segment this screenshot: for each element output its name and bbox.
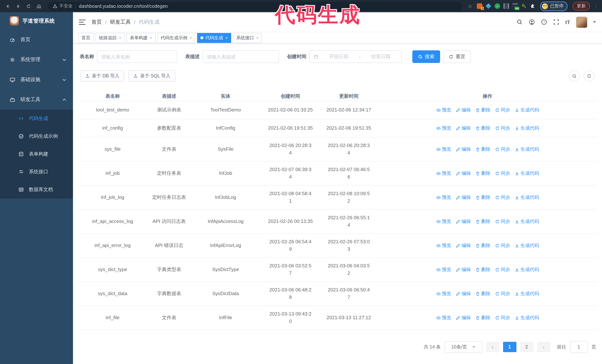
page-button-2[interactable]: 2 (520, 342, 533, 352)
action-sync[interactable]: 同步 (495, 266, 510, 273)
action-eye[interactable]: 预览 (436, 170, 451, 177)
action-trash[interactable]: 删除 (475, 194, 491, 201)
sidebar-subitem-2[interactable]: 表单构建 (0, 145, 73, 163)
search-icon[interactable] (516, 19, 523, 25)
breadcrumb-item[interactable]: 首页 (92, 19, 102, 25)
action-download[interactable]: 生成代码 (515, 314, 539, 322)
sidebar-item-2[interactable]: 基础设施 (0, 70, 73, 90)
sidebar-subitem-3[interactable]: 系统接口 (0, 163, 73, 181)
action-sync[interactable]: 同步 (495, 170, 510, 177)
next-page-button[interactable]: › (537, 342, 550, 352)
sidebar-item-0[interactable]: 首页 (0, 30, 73, 50)
import-sql-button[interactable]: 基于 SQL 导入 (129, 70, 175, 82)
close-icon[interactable]: × (226, 36, 228, 40)
action-eye[interactable]: 预览 (436, 242, 451, 249)
action-trash[interactable]: 删除 (475, 218, 491, 225)
address-bar[interactable]: 不安全 dashboard.yudao.iocoder.cn/tool/code… (48, 2, 462, 10)
browser-menu-icon[interactable]: ⋮ (593, 3, 598, 9)
bookmark-star-icon[interactable]: ☆ (468, 3, 472, 9)
action-eye[interactable]: 预览 (436, 218, 451, 225)
action-download[interactable]: 生成代码 (515, 218, 539, 225)
action-download[interactable]: 生成代码 (515, 194, 539, 201)
avatar-caret-icon[interactable] (593, 21, 596, 23)
action-sync[interactable]: 同步 (495, 106, 510, 114)
action-trash[interactable]: 删除 (475, 146, 491, 153)
action-eye[interactable]: 预览 (436, 194, 451, 201)
action-pencil[interactable]: 编辑 (456, 146, 471, 153)
action-trash[interactable]: 删除 (475, 106, 491, 114)
search-button[interactable]: 搜索 (412, 50, 440, 63)
tab-系统接口[interactable]: 系统接口× (233, 33, 262, 43)
refresh-table-button[interactable] (583, 70, 595, 82)
sidebar-subitem-0[interactable]: 代码生成 (0, 110, 73, 127)
breadcrumb-item[interactable]: 研发工具 (110, 19, 131, 25)
tab-代码生成[interactable]: 代码生成× (197, 33, 231, 43)
extension-icon-gem[interactable] (486, 3, 491, 9)
action-pencil[interactable]: 编辑 (456, 170, 471, 177)
import-db-button[interactable]: 基于 DB 导入 (80, 70, 124, 82)
action-download[interactable]: 生成代码 (515, 146, 539, 153)
browser-profile-chip[interactable]: 已暂停 (540, 1, 568, 11)
sidebar-subitem-1[interactable]: 代码生成示例 (0, 127, 73, 145)
action-pencil[interactable]: 编辑 (456, 290, 471, 297)
action-download[interactable]: 生成代码 (515, 290, 539, 297)
action-download[interactable]: 生成代码 (515, 106, 539, 114)
action-sync[interactable]: 同步 (495, 146, 510, 153)
reset-button[interactable]: 重置 (443, 50, 471, 63)
prev-page-button[interactable]: ‹ (486, 342, 499, 352)
help-icon[interactable]: ? (541, 19, 547, 25)
close-icon[interactable]: × (150, 36, 152, 40)
extension-icon-shield-check[interactable]: ✓ (494, 3, 500, 9)
action-sync[interactable]: 同步 (495, 218, 510, 225)
extension-icon-columns[interactable] (504, 3, 509, 9)
action-download[interactable]: 生成代码 (515, 266, 539, 273)
extension-icon-rows-on[interactable]: on (512, 3, 518, 9)
close-icon[interactable]: × (119, 36, 121, 40)
browser-forward-button[interactable] (14, 2, 22, 10)
table-desc-input[interactable] (203, 50, 279, 63)
action-pencil[interactable]: 编辑 (456, 242, 471, 249)
sidebar-toggle-icon[interactable] (79, 20, 86, 25)
action-download[interactable]: 生成代码 (515, 170, 539, 177)
action-download[interactable]: 生成代码 (515, 125, 539, 132)
extension-icon-orange[interactable]: 1 (477, 3, 482, 9)
action-pencil[interactable]: 编辑 (456, 218, 471, 225)
tab-首页[interactable]: 首页 (78, 33, 94, 43)
action-trash[interactable]: 删除 (475, 242, 491, 249)
close-icon[interactable]: × (190, 36, 192, 40)
sidebar-item-1[interactable]: 系统管理 (0, 50, 73, 70)
action-eye[interactable]: 预览 (436, 314, 451, 322)
action-sync[interactable]: 同步 (495, 242, 510, 249)
action-eye[interactable]: 预览 (436, 146, 451, 153)
user-avatar[interactable] (576, 16, 587, 28)
fullscreen-icon[interactable] (553, 19, 559, 25)
action-trash[interactable]: 删除 (475, 314, 491, 322)
action-sync[interactable]: 同步 (495, 194, 510, 201)
action-sync[interactable]: 同步 (495, 314, 510, 322)
action-sync[interactable]: 同步 (495, 125, 510, 132)
action-trash[interactable]: 删除 (475, 290, 491, 297)
extension-icon-key[interactable] (521, 3, 527, 9)
action-pencil[interactable]: 编辑 (456, 125, 471, 132)
browser-update-button[interactable]: 更新 (573, 2, 590, 10)
page-size-select[interactable]: 10条/页 (444, 341, 482, 353)
action-sync[interactable]: 同步 (495, 290, 510, 297)
browser-home-button[interactable] (35, 2, 43, 10)
tab-表单构建[interactable]: 表单构建× (127, 33, 156, 43)
table-name-input[interactable] (97, 50, 177, 63)
action-pencil[interactable]: 编辑 (456, 266, 471, 273)
extension-icon-puzzle[interactable] (530, 3, 536, 9)
action-eye[interactable]: 预览 (436, 125, 451, 132)
date-range-picker[interactable]: 开始日期 - 结束日期 (309, 50, 402, 63)
close-icon[interactable]: × (256, 36, 259, 40)
action-pencil[interactable]: 编辑 (456, 314, 471, 322)
action-pencil[interactable]: 编辑 (456, 194, 471, 201)
font-size-icon[interactable]: tT (565, 19, 570, 25)
app-logo-row[interactable]: 芋道管理系统 (0, 12, 73, 30)
action-eye[interactable]: 预览 (436, 106, 451, 114)
browser-back-button[interactable] (4, 2, 12, 10)
page-button-1[interactable]: 1 (503, 342, 516, 352)
tab-链路追踪[interactable]: 链路追踪× (96, 33, 125, 43)
github-icon[interactable] (529, 19, 535, 25)
action-eye[interactable]: 预览 (436, 266, 451, 273)
